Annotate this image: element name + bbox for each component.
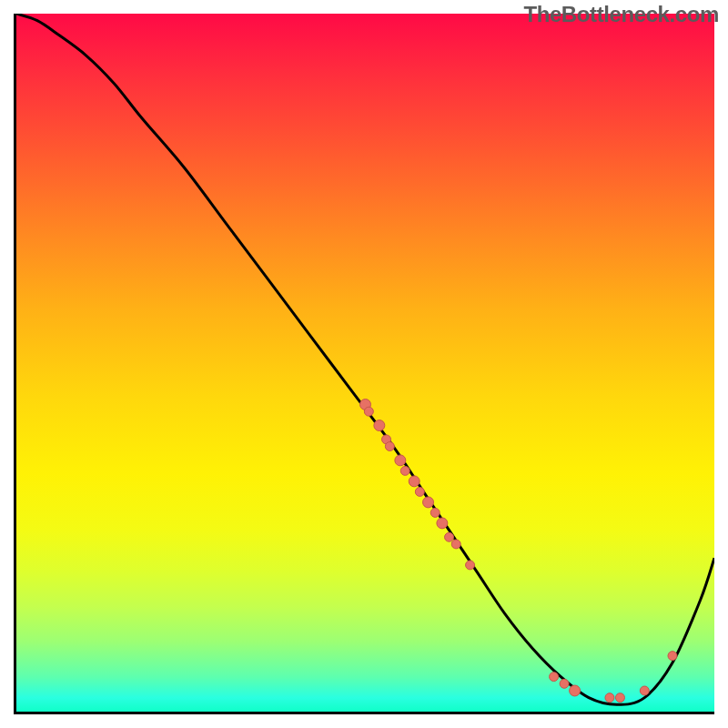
data-markers: [360, 399, 677, 703]
data-point: [640, 686, 649, 695]
data-point: [430, 508, 440, 517]
data-point: [605, 693, 614, 703]
data-point: [668, 652, 677, 661]
chart-overlay: [16, 14, 714, 712]
data-point: [364, 407, 373, 416]
data-point: [570, 685, 581, 696]
data-point: [615, 693, 624, 703]
data-point: [415, 487, 424, 496]
data-point: [385, 442, 394, 451]
data-point: [445, 532, 454, 541]
data-point: [409, 476, 420, 487]
data-point: [451, 540, 460, 549]
data-point: [437, 518, 448, 529]
watermark-text: TheBottleneck.com: [523, 2, 719, 27]
chart-container: TheBottleneck.com: [0, 0, 728, 728]
data-point: [374, 420, 385, 431]
plot-area: [14, 14, 714, 714]
data-point: [395, 455, 406, 466]
data-point: [560, 679, 569, 688]
data-point: [466, 561, 475, 570]
data-point: [423, 497, 434, 508]
bottleneck-curve: [16, 14, 714, 704]
data-point: [550, 672, 559, 682]
data-point: [400, 466, 410, 475]
